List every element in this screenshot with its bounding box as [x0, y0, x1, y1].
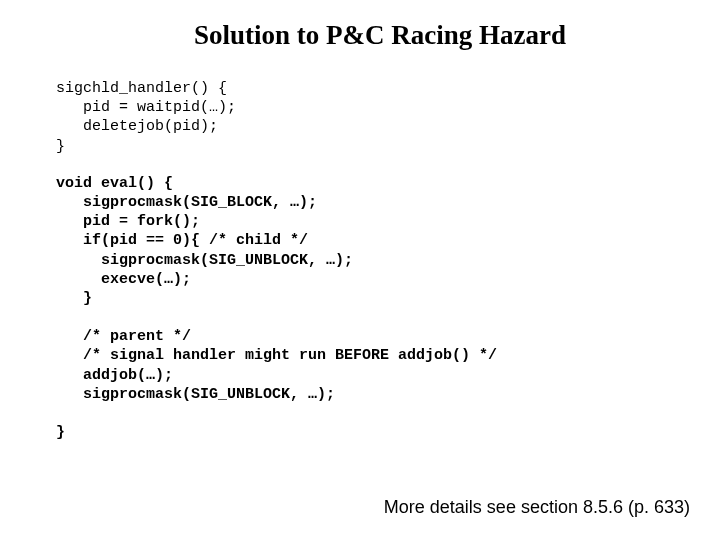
code-eval-function: void eval() { sigprocmask(SIG_BLOCK, …);… — [56, 174, 664, 443]
code-sigchld-handler: sigchld_handler() { pid = waitpid(…); de… — [56, 79, 664, 156]
slide-container: Solution to P&C Racing Hazard sigchld_ha… — [0, 0, 720, 540]
footnote-reference: More details see section 8.5.6 (p. 633) — [384, 497, 690, 518]
slide-title: Solution to P&C Racing Hazard — [96, 20, 664, 51]
